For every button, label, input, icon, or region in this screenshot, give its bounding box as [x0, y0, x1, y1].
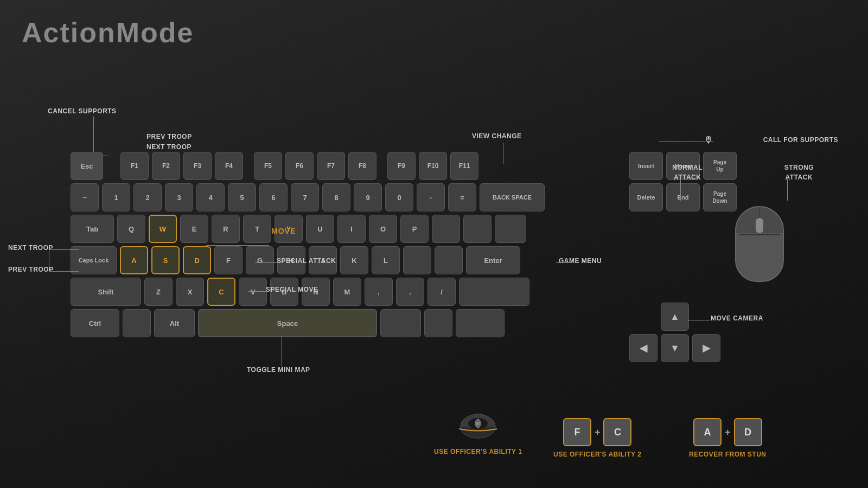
key-caps-lock[interactable]: Caps Lock — [71, 246, 117, 274]
special-move-label: SPECIAL MOVE — [266, 286, 318, 293]
keyboard-row-qwerty: Tab Q W E R T Y U I O P — [71, 215, 624, 243]
key-arrow-up[interactable]: ▲ — [661, 303, 689, 331]
key-pagedown[interactable]: PageDown — [703, 183, 737, 211]
page-title: ActionMode — [22, 16, 194, 49]
recover-stun-group: A + D RECOVER FROM STUN — [689, 418, 767, 458]
key-c[interactable]: C — [207, 278, 235, 306]
key-7[interactable]: 7 — [291, 183, 319, 211]
key-bracket-close[interactable] — [463, 215, 492, 243]
key-minus[interactable]: - — [417, 183, 445, 211]
key-4[interactable]: 4 — [196, 183, 225, 211]
key-k[interactable]: K — [340, 246, 368, 274]
key-backspace[interactable]: BACK SPACE — [480, 183, 545, 211]
key-x[interactable]: X — [176, 278, 204, 306]
key-slash[interactable]: / — [427, 278, 456, 306]
key-f8[interactable]: F8 — [348, 152, 376, 180]
recover-key-d[interactable]: D — [734, 418, 762, 446]
arrow-keys: ▲ ◀ ▼ ▶ — [629, 303, 720, 362]
numpad-area: Insert Home PageUp Delete End PageDown — [629, 152, 737, 215]
key-end[interactable]: End — [666, 183, 700, 211]
key-shift[interactable]: Shift — [71, 278, 141, 306]
key-f3[interactable]: F3 — [183, 152, 212, 180]
move-camera-label: MOVE CAMERA — [711, 314, 763, 322]
key-f1[interactable]: F1 — [120, 152, 149, 180]
key-z[interactable]: Z — [144, 278, 173, 306]
key-1[interactable]: 1 — [102, 183, 130, 211]
key-w[interactable]: W — [149, 215, 177, 243]
key-arrow-down[interactable]: ▼ — [661, 334, 689, 362]
key-o[interactable]: O — [369, 215, 397, 243]
recover-stun-keys: A + D — [693, 418, 762, 446]
recover-key-a[interactable]: A — [693, 418, 722, 446]
key-t[interactable]: T — [243, 215, 271, 243]
key-space[interactable]: Space — [198, 309, 377, 337]
key-win[interactable] — [123, 309, 151, 337]
key-p[interactable]: P — [400, 215, 429, 243]
key-insert[interactable]: Insert — [629, 152, 663, 180]
keyboard-row-asdf: Caps Lock A S D F G H J K L Enter — [71, 246, 624, 274]
officer-ability2-group: F + C USE OFFICER'S ABILITY 2 — [553, 418, 641, 458]
key-enter[interactable]: Enter — [466, 246, 520, 274]
key-quote[interactable] — [435, 246, 463, 274]
key-arrow-right[interactable]: ▶ — [692, 334, 720, 362]
key-arrow-left[interactable]: ◀ — [629, 334, 658, 362]
key-equals[interactable]: = — [448, 183, 476, 211]
key-5[interactable]: 5 — [228, 183, 256, 211]
key-f11[interactable]: F11 — [450, 152, 478, 180]
combo-key-f[interactable]: F — [563, 418, 591, 446]
key-a[interactable]: A — [120, 246, 148, 274]
key-g[interactable]: G — [246, 246, 274, 274]
key-q[interactable]: Q — [117, 215, 145, 243]
key-f4[interactable]: F4 — [215, 152, 243, 180]
key-f5[interactable]: F5 — [254, 152, 282, 180]
prev-next-troop-top-label: PREV TROOP NEXT TROOP — [146, 132, 192, 152]
key-f10[interactable]: F10 — [419, 152, 447, 180]
prev-troop-hline — [49, 271, 79, 272]
key-tilde[interactable]: ~ — [71, 183, 99, 211]
officer-ability1-label: USE OFFICER'S ABILITY 1 — [434, 448, 522, 455]
key-ctrl[interactable]: Ctrl — [71, 309, 119, 337]
keyboard-row-function: Esc F1 F2 F3 F4 F5 F6 F7 F8 F9 F10 F11 — [71, 152, 624, 180]
key-pageup[interactable]: PageUp — [703, 152, 737, 180]
keyboard-row-bottom: Ctrl Alt Space — [71, 309, 624, 337]
key-fn[interactable] — [424, 309, 452, 337]
key-shift-right[interactable] — [459, 278, 529, 306]
next-troop-hline — [49, 249, 79, 250]
key-2[interactable]: 2 — [133, 183, 162, 211]
key-f[interactable]: F — [214, 246, 242, 274]
key-period[interactable]: . — [396, 278, 424, 306]
key-esc[interactable]: Esc — [71, 152, 103, 180]
key-f6[interactable]: F6 — [285, 152, 314, 180]
special-attack-line — [255, 262, 277, 263]
key-alt-right[interactable] — [380, 309, 421, 337]
key-ctrl-right[interactable] — [456, 309, 505, 337]
key-v[interactable]: V — [239, 278, 267, 306]
key-d[interactable]: D — [183, 246, 211, 274]
combo-key-c[interactable]: C — [603, 418, 631, 446]
key-u[interactable]: U — [306, 215, 334, 243]
move-camera-line — [688, 320, 710, 320]
key-f9[interactable]: F9 — [387, 152, 416, 180]
key-0[interactable]: 0 — [385, 183, 413, 211]
key-bracket-open[interactable] — [432, 215, 460, 243]
key-tab[interactable]: Tab — [71, 215, 114, 243]
key-comma[interactable]: , — [365, 278, 393, 306]
key-s[interactable]: S — [151, 246, 180, 274]
key-i[interactable]: I — [337, 215, 366, 243]
key-f7[interactable]: F7 — [317, 152, 345, 180]
prev-troop-label: PREV TROOP — [8, 266, 54, 273]
key-alt[interactable]: Alt — [154, 309, 195, 337]
key-9[interactable]: 9 — [354, 183, 382, 211]
key-f2[interactable]: F2 — [152, 152, 180, 180]
key-6[interactable]: 6 — [259, 183, 288, 211]
key-l[interactable]: L — [372, 246, 400, 274]
key-8[interactable]: 8 — [322, 183, 350, 211]
key-3[interactable]: 3 — [165, 183, 193, 211]
next-troop-label: NEXT TROOP — [8, 244, 53, 252]
key-m[interactable]: M — [333, 278, 361, 306]
key-delete[interactable]: Delete — [629, 183, 663, 211]
key-r[interactable]: R — [212, 215, 240, 243]
key-backslash[interactable] — [495, 215, 526, 243]
key-semicolon[interactable] — [403, 246, 431, 274]
key-e[interactable]: E — [180, 215, 208, 243]
